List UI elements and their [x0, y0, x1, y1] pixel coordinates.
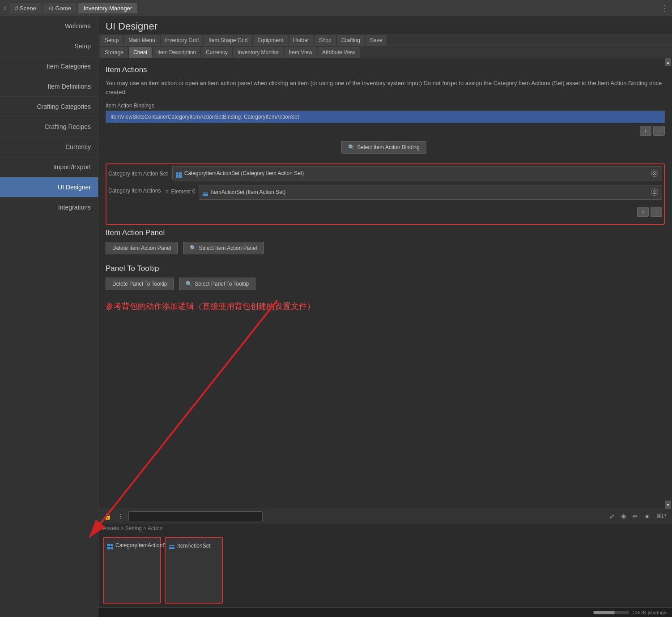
tab-item-shape-grid[interactable]: Item Shape Grid: [204, 35, 252, 46]
tab-bar-row1: Setup Main Menu Inventory Grid Item Shap…: [98, 34, 672, 46]
element-0-value: ItemActionSet (Item Action Set): [211, 189, 285, 195]
progress-fill: [593, 611, 615, 614]
item-actions-description: You may use an item action or open an it…: [106, 79, 665, 96]
pencil-icon[interactable]: ✏: [631, 512, 640, 521]
bindings-remove-button[interactable]: -: [653, 126, 665, 136]
bottom-toolbar-right: ⤢ ⊕ ✏ ★ ⌘17: [608, 512, 668, 521]
category-remove-button[interactable]: -: [651, 207, 662, 217]
bottom-panel: 🔒 ⋮ ⤢ ⊕ ✏ ★ ⌘17 Assets > Setting > Actio…: [98, 509, 672, 607]
annotation-text: 参考背包的动作添加逻辑（直接使用背包创建的设置文件）: [106, 301, 665, 312]
asset-tile-1-row: ItemActionSet: [169, 541, 218, 550]
tab-item-description[interactable]: Item Description: [153, 47, 200, 58]
category-set-value-row[interactable]: CategoryItemActionSet (Category Item Act…: [172, 166, 662, 180]
panel-to-tooltip-heading: Panel To Tooltip: [106, 264, 665, 273]
category-actions-label: Category Item Actions: [108, 188, 161, 194]
page-title: UI Designer: [98, 16, 672, 34]
asset-tile-1[interactable]: ItemActionSet: [165, 537, 223, 604]
target-icon[interactable]: ⊕: [619, 512, 628, 521]
select-panel-to-tooltip-button[interactable]: 🔍 Select Panel To Tooltip: [179, 278, 255, 290]
category-set-value: CategoryItemActionSet (Category Item Act…: [184, 170, 304, 176]
hash-icon: #: [4, 5, 7, 12]
tab-inventory-grid[interactable]: Inventory Grid: [161, 35, 203, 46]
sidebar-item-item-definitions[interactable]: Item Definitions: [0, 77, 98, 97]
status-label: CSDN @adogai: [633, 610, 668, 615]
tab-shop[interactable]: Shop: [315, 35, 336, 46]
main-layout: Welcome Setup Item Categories Item Defin…: [0, 16, 672, 617]
status-bar: CSDN @adogai: [98, 607, 672, 617]
tab-hotbar[interactable]: Hotbar: [289, 35, 314, 46]
sidebar-item-ui-designer[interactable]: UI Designer: [0, 177, 98, 197]
select-item-action-panel-button[interactable]: 🔍 Select Item Action Panel: [183, 242, 264, 254]
asset-grid: CategoryItemActionSet ItemActionSet: [98, 533, 672, 607]
element-0-row: ≡ Element 0: [165, 189, 195, 195]
element-0-label: Element 0: [171, 189, 195, 195]
grid-icon: [176, 169, 182, 178]
category-set-circle-icon[interactable]: ⊙: [651, 170, 658, 177]
tab-item-view[interactable]: Item View: [285, 47, 317, 58]
tab-currency[interactable]: Currency: [201, 47, 232, 58]
kebab-icon[interactable]: ⋮: [116, 512, 126, 521]
category-add-button[interactable]: +: [637, 207, 649, 217]
category-actions-content: ≡ Element 0 ItemActionSet (Item Action S…: [165, 185, 662, 203]
favorite-icon[interactable]: ★: [642, 512, 652, 521]
asset-1-list-icon: [169, 541, 174, 550]
top-bar: # # Scene ⊙ Game Inventory Manager ⋮: [0, 0, 672, 16]
tab-equipment[interactable]: Equipment: [253, 35, 287, 46]
binding-list: ItemViewSlotsContainerCategoryItemAction…: [106, 111, 665, 123]
search-icon-2: 🔍: [190, 245, 196, 251]
tab-attribute-view[interactable]: Attribute View: [318, 47, 360, 58]
more-icon[interactable]: ⋮: [660, 3, 668, 13]
bindings-plus-minus-row: + -: [106, 126, 665, 136]
tab-setup[interactable]: Setup: [100, 35, 123, 46]
element-0-circle-icon[interactable]: ⊙: [651, 189, 658, 196]
search-icon: 🔍: [348, 144, 355, 150]
list-icon: [203, 188, 208, 197]
tab-bar-row2: Storage Chest Item Description Currency …: [98, 46, 672, 58]
asset-1-name: ItemActionSet: [177, 543, 211, 549]
tab-scene[interactable]: # Scene: [9, 3, 42, 13]
tab-storage[interactable]: Storage: [100, 47, 128, 58]
item-actions-heading: Item Actions: [106, 65, 665, 74]
sidebar-item-integrations[interactable]: Integrations: [0, 197, 98, 218]
tab-inventory-monitor[interactable]: Inventory Monitor: [233, 47, 284, 58]
delete-panel-to-tooltip-button[interactable]: Delete Panel To Tooltip: [106, 278, 174, 290]
delete-item-action-panel-button[interactable]: Delete Item Action Panel: [106, 242, 178, 254]
sidebar-item-item-categories[interactable]: Item Categories: [0, 56, 98, 77]
category-set-label: Category Item Action Set: [108, 171, 168, 177]
tab-inventory-manager[interactable]: Inventory Manager: [78, 3, 137, 13]
lock-icon[interactable]: 🔒: [102, 512, 113, 521]
search-icon-3: 🔍: [186, 281, 192, 287]
category-set-row: Category Item Action Set CategoryItemAct…: [108, 166, 662, 181]
filter-count-label: ⌘17: [655, 512, 668, 520]
progress-track: [593, 611, 629, 614]
tab-save[interactable]: Save: [366, 35, 387, 46]
sidebar: Welcome Setup Item Categories Item Defin…: [0, 16, 98, 617]
tab-chest[interactable]: Chest: [129, 47, 152, 58]
highlight-box: Category Item Action Set CategoryItemAct…: [106, 163, 665, 225]
bindings-add-button[interactable]: +: [640, 126, 651, 136]
tab-crafting[interactable]: Crafting: [337, 35, 365, 46]
sidebar-item-currency[interactable]: Currency: [0, 137, 98, 157]
select-binding-button[interactable]: 🔍 Select Item Action Binding: [341, 141, 426, 154]
tab-main-menu[interactable]: Main Menu: [124, 35, 159, 46]
tab-game[interactable]: ⊙ Game: [43, 3, 77, 13]
sidebar-item-import-export[interactable]: Import/Export: [0, 157, 98, 177]
asset-0-name: CategoryItemActionSet: [115, 542, 170, 548]
sidebar-item-crafting-recipes[interactable]: Crafting Recipes: [0, 117, 98, 137]
bottom-toolbar: 🔒 ⋮ ⤢ ⊕ ✏ ★ ⌘17: [98, 509, 672, 523]
sidebar-item-setup[interactable]: Setup: [0, 36, 98, 56]
sidebar-item-welcome[interactable]: Welcome: [0, 16, 98, 36]
category-actions-plus-minus-row: + -: [108, 207, 662, 217]
hamburger-icon: ≡: [165, 189, 168, 195]
sidebar-item-crafting-categories[interactable]: Crafting Categories: [0, 97, 98, 117]
search-input[interactable]: [128, 511, 263, 521]
binding-item[interactable]: ItemViewSlotsContainerCategoryItemAction…: [106, 111, 664, 123]
expand-icon[interactable]: ⤢: [608, 512, 617, 521]
bindings-label: Item Action Bindings: [106, 103, 665, 109]
element-0-value-row[interactable]: ItemActionSet (Item Action Set) ⊙: [199, 185, 662, 200]
content-area: UI Designer Setup Main Menu Inventory Gr…: [98, 16, 672, 617]
asset-tile-0[interactable]: CategoryItemActionSet: [103, 537, 161, 604]
breadcrumb: Assets > Setting > Action: [98, 523, 672, 533]
asset-0-grid-icon: [107, 541, 113, 549]
asset-tile-0-row: CategoryItemActionSet: [107, 541, 157, 549]
